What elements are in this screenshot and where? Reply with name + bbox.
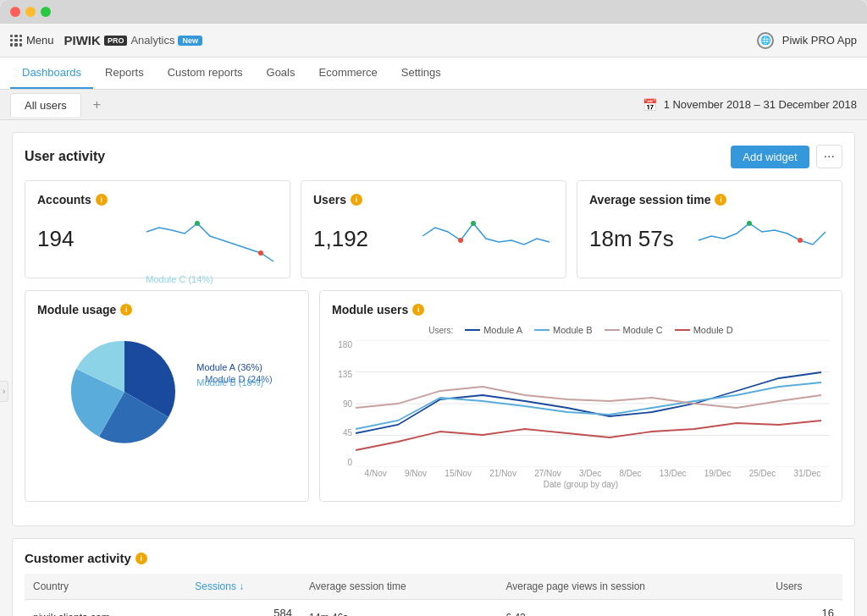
th-users: Users: [767, 574, 842, 600]
tab-custom-reports[interactable]: Custom reports: [156, 58, 255, 89]
accounts-inner: 194: [37, 215, 278, 266]
accounts-chart: [142, 215, 278, 266]
dashboard-tabs-bar: All users + 📅 1 November 2018 – 31 Decem…: [0, 90, 867, 120]
line-chart-wrapper: 180 135 90 45 0: [332, 340, 830, 489]
tab-settings[interactable]: Settings: [389, 58, 453, 89]
table-row: piwik.clienta.com 584 4.98% 14m 46s 6.42…: [25, 600, 842, 617]
th-sessions[interactable]: Sessions ↓: [186, 574, 301, 600]
th-avg-page-views: Average page views in session: [497, 574, 767, 600]
td-users: 16 1.34%: [767, 600, 842, 617]
yaxis: 180 135 90 45 0: [332, 340, 356, 467]
user-activity-header: User activity Add widget ···: [25, 145, 842, 168]
customer-activity-section: Customer activity i Country Sessions ↓ A…: [12, 538, 855, 616]
svg-point-5: [798, 238, 803, 243]
legend-module-c: Module C: [605, 325, 663, 335]
globe-icon[interactable]: 🌐: [757, 32, 774, 49]
svg-point-3: [458, 238, 463, 243]
svg-point-1: [258, 250, 263, 256]
legend-module-d: Module D: [675, 325, 733, 335]
customer-activity-info-icon[interactable]: i: [135, 553, 147, 564]
calendar-icon: 📅: [643, 98, 657, 112]
add-widget-button[interactable]: Add widget: [731, 146, 809, 168]
module-usage-label: Module usage i: [37, 303, 296, 316]
accounts-label: Accounts i: [37, 193, 278, 206]
module-users-label: Module users i: [332, 303, 830, 316]
x-axis-label: Date (group by day): [332, 480, 830, 489]
accounts-card: Accounts i 194: [25, 180, 290, 278]
module-users-info-icon[interactable]: i: [412, 304, 424, 316]
logo-analytics: Analytics: [130, 34, 174, 47]
svg-point-4: [747, 221, 752, 226]
topbar-left: Menu PIWIK PRO Analytics New: [10, 33, 202, 47]
more-options-button[interactable]: ···: [816, 145, 842, 168]
legend-module-a: Module A: [465, 325, 522, 335]
user-activity-widget: User activity Add widget ··· Accounts i …: [12, 132, 855, 526]
app-name: Piwik PRO App: [782, 34, 857, 47]
add-dashboard-button[interactable]: +: [83, 92, 111, 118]
td-sessions: 584 4.98%: [186, 600, 301, 617]
users-value: 1,192: [313, 226, 368, 252]
line-chart: [356, 340, 830, 467]
module-a-label: Module A (36%): [196, 362, 263, 372]
logo-piwik: PIWIK: [64, 33, 101, 47]
content-area: User activity Add widget ··· Accounts i …: [0, 120, 867, 616]
users-chart: [418, 215, 554, 266]
tab-reports[interactable]: Reports: [93, 58, 156, 89]
td-avg-page-views: 6.42: [497, 600, 767, 617]
logo-new-badge: New: [178, 36, 202, 46]
tab-goals[interactable]: Goals: [255, 58, 307, 89]
module-d-label: Module D (24%): [205, 374, 272, 384]
maximize-button[interactable]: [41, 7, 51, 17]
menu-label: Menu: [26, 34, 54, 47]
th-avg-session-time: Average session time: [301, 574, 497, 600]
module-usage-info-icon[interactable]: i: [120, 304, 132, 316]
avg-session-chart: [694, 215, 830, 266]
module-c-label: Module C (14%): [146, 274, 213, 284]
svg-point-2: [471, 221, 476, 226]
pie-chart-container: Module A (36%) Module B (18%) Module C (…: [37, 325, 296, 460]
grid-icon: [10, 35, 22, 47]
avg-session-card: Average session time i 18m 57s: [577, 180, 842, 278]
users-inner: 1,192: [313, 215, 554, 266]
chart-legend: Users: Module A Module B Module C: [332, 325, 830, 335]
accounts-info-icon[interactable]: i: [96, 194, 108, 206]
users-info-icon[interactable]: i: [351, 194, 362, 206]
date-range-label: 1 November 2018 – 31 December 2018: [664, 98, 857, 111]
sidebar-toggle[interactable]: ›: [0, 381, 8, 402]
users-card: Users i 1,192: [301, 180, 566, 278]
user-activity-title: User activity: [25, 149, 105, 164]
table-header-row: Country Sessions ↓ Average session time …: [25, 574, 842, 600]
metric-cards: Accounts i 194 Users: [25, 180, 842, 278]
tab-dashboards[interactable]: Dashboards: [10, 58, 93, 89]
pie-chart: [69, 337, 179, 447]
users-label: Users i: [313, 193, 554, 206]
minimize-button[interactable]: [25, 7, 36, 17]
legend-users: Users:: [428, 325, 453, 335]
logo-pro: PRO: [104, 36, 128, 46]
avg-session-inner: 18m 57s: [589, 215, 830, 266]
logo: PIWIK PRO Analytics New: [64, 33, 202, 47]
avg-session-info-icon[interactable]: i: [715, 194, 726, 206]
td-country: piwik.clienta.com: [25, 600, 186, 617]
th-country: Country: [25, 574, 186, 600]
customer-activity-title: Customer activity i: [25, 551, 842, 565]
module-users-card: Module users i Users: Module A: [319, 290, 842, 502]
topbar-right: 🌐 Piwik PRO App: [757, 32, 857, 49]
close-button[interactable]: [10, 7, 20, 17]
avg-session-label: Average session time i: [589, 193, 830, 206]
legend-module-b: Module B: [534, 325, 592, 335]
dashboard-tab-list: All users +: [10, 92, 111, 118]
topbar: Menu PIWIK PRO Analytics New 🌐 Piwik PRO…: [0, 24, 867, 58]
customer-activity-table: Country Sessions ↓ Average session time …: [25, 574, 842, 616]
date-range-selector[interactable]: 📅 1 November 2018 – 31 December 2018: [643, 98, 857, 112]
dashboard-tab-all-users[interactable]: All users: [10, 93, 81, 117]
svg-point-0: [195, 221, 200, 226]
window-chrome: [0, 0, 867, 24]
pie-labels: Module A (36%) Module B (18%) Module C (…: [196, 362, 263, 423]
tab-ecommerce[interactable]: Ecommerce: [306, 58, 389, 89]
xaxis: 4/Nov 9/Nov 15/Nov 21/Nov 27/Nov 3/Dec 8…: [332, 469, 830, 478]
menu-button[interactable]: Menu: [10, 34, 54, 47]
module-usage-card: Module usage i: [25, 290, 309, 502]
accounts-value: 194: [37, 226, 74, 252]
section-actions: Add widget ···: [731, 145, 842, 168]
